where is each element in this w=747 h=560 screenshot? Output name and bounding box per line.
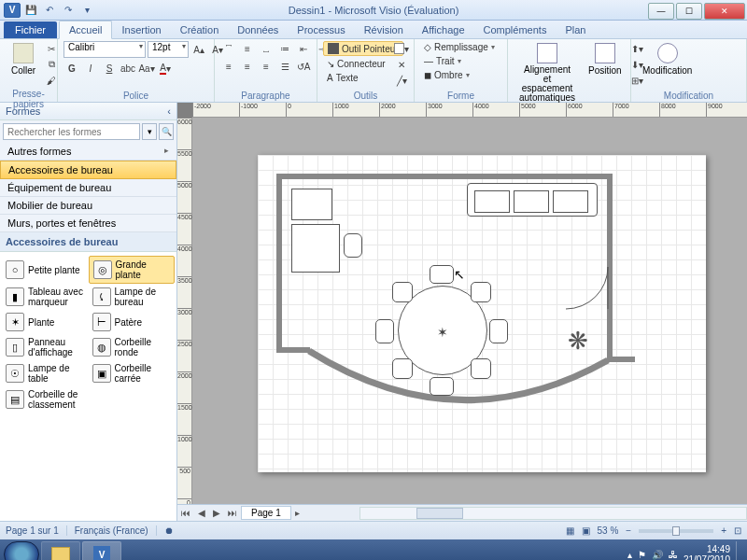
- strike-button[interactable]: abc: [120, 61, 136, 76]
- wall-top[interactable]: [276, 174, 613, 179]
- chair-sw[interactable]: [392, 358, 413, 379]
- cat-office-furniture[interactable]: Mobilier de bureau: [0, 197, 176, 215]
- tab-accueil[interactable]: Accueil: [59, 21, 112, 39]
- justify-icon[interactable]: ☰: [276, 59, 293, 74]
- font-color-button[interactable]: A▾: [157, 61, 174, 76]
- view-normal-icon[interactable]: ▦: [566, 525, 574, 536]
- align-middle-icon[interactable]: ≡: [239, 41, 256, 56]
- font-grow-icon[interactable]: A▴: [190, 42, 207, 57]
- minimize-button[interactable]: —: [648, 3, 674, 20]
- chair-e[interactable]: [489, 319, 508, 343]
- horizontal-scrollbar[interactable]: [359, 507, 747, 520]
- search-go-icon[interactable]: 🔍: [159, 123, 174, 140]
- shape-item[interactable]: ▣Corbeille carrée: [89, 360, 176, 386]
- line-button[interactable]: —Trait: [420, 55, 465, 67]
- page-last-icon[interactable]: ⏭: [224, 508, 241, 518]
- align-left-icon[interactable]: ≡: [220, 59, 237, 74]
- page-tab-1[interactable]: Page 1: [241, 506, 291, 520]
- tab-plan[interactable]: Plan: [556, 21, 595, 38]
- italic-button[interactable]: I: [82, 61, 99, 76]
- fill-button[interactable]: ◇Remplissage: [420, 41, 499, 53]
- shape-item[interactable]: ◍Corbeille ronde: [89, 334, 176, 360]
- furn-chair-desk[interactable]: [344, 233, 362, 258]
- bold-button[interactable]: G: [63, 61, 80, 76]
- redo-icon[interactable]: ↷: [60, 3, 77, 18]
- tab-insertion[interactable]: Insertion: [112, 21, 170, 38]
- shape-item[interactable]: ▮Tableau avec marqueur: [2, 284, 89, 310]
- align-bottom-icon[interactable]: ⎵: [258, 41, 275, 56]
- shape-item[interactable]: ⤹Lampe de bureau: [89, 284, 176, 310]
- zoom-in-icon[interactable]: +: [721, 525, 726, 536]
- drawing-canvas[interactable]: ✶ ❋ ↖: [192, 118, 747, 504]
- delete-tool-icon[interactable]: ✕: [393, 57, 410, 72]
- cat-office-accessories[interactable]: Accessoires de bureau: [0, 161, 176, 179]
- save-icon[interactable]: 💾: [22, 3, 39, 18]
- text-tool-button[interactable]: ATexte: [323, 72, 362, 84]
- chair-se[interactable]: [471, 358, 491, 379]
- indent-dec-icon[interactable]: ⇤: [295, 41, 312, 56]
- maximize-button[interactable]: ☐: [676, 3, 702, 20]
- door-arc[interactable]: [566, 267, 613, 314]
- visio-app-icon[interactable]: V: [4, 3, 21, 18]
- chair-n[interactable]: [430, 265, 454, 284]
- start-button[interactable]: [4, 541, 39, 560]
- tab-affichage[interactable]: Affichage: [413, 21, 474, 38]
- taskbar-explorer[interactable]: [41, 541, 80, 560]
- shape-item[interactable]: ☉Lampe de table: [2, 360, 89, 386]
- view-full-icon[interactable]: ▣: [582, 525, 590, 536]
- shape-item[interactable]: ◎Grande plante: [89, 256, 176, 284]
- modify-button[interactable]: Modification: [637, 41, 698, 77]
- align-center-icon[interactable]: ≡: [239, 59, 256, 74]
- taskbar-visio[interactable]: V: [82, 541, 121, 560]
- cat-other-shapes[interactable]: Autres formes: [0, 143, 176, 161]
- shape-item[interactable]: ▯Panneau d'affichage: [2, 334, 89, 360]
- zoom-out-icon[interactable]: −: [626, 525, 631, 536]
- tab-revision[interactable]: Révision: [355, 21, 413, 38]
- tray-up-icon[interactable]: ▴: [627, 550, 632, 560]
- align-top-icon[interactable]: ⎴: [220, 41, 237, 56]
- close-button[interactable]: ✕: [704, 3, 745, 20]
- cat-office-equipment[interactable]: Équipement de bureau: [0, 179, 176, 197]
- zoom-handle[interactable]: [672, 526, 680, 536]
- wall-left[interactable]: [276, 174, 282, 351]
- shapes-search-input[interactable]: [3, 123, 140, 140]
- shape-item[interactable]: ▤Corbeille de classement: [2, 386, 89, 413]
- tab-file[interactable]: Fichier: [4, 21, 57, 38]
- rotate-text-icon[interactable]: ↺A: [295, 59, 312, 74]
- collapse-icon[interactable]: ‹: [167, 105, 171, 117]
- hscroll-thumb[interactable]: [416, 508, 463, 519]
- pointer-tool-button[interactable]: Outil Pointeur: [323, 41, 403, 56]
- page-prev-icon[interactable]: ◀: [194, 508, 209, 518]
- tray-flag-icon[interactable]: ⚑: [638, 550, 646, 560]
- zoom-slider[interactable]: [639, 529, 713, 533]
- page-first-icon[interactable]: ⏮: [177, 508, 194, 518]
- furn-plant[interactable]: ❋: [568, 327, 588, 356]
- tab-creation[interactable]: Création: [171, 21, 229, 38]
- tab-complements[interactable]: Compléments: [474, 21, 557, 38]
- tab-processus[interactable]: Processus: [288, 21, 354, 38]
- page-next-icon[interactable]: ▶: [209, 508, 224, 518]
- connector-tool-button[interactable]: ↘Connecteur: [323, 58, 389, 70]
- taskbar-clock[interactable]: 14:49 21/07/2010: [684, 544, 730, 560]
- font-name-select[interactable]: Calibri: [63, 41, 146, 58]
- underline-button[interactable]: S: [101, 61, 118, 76]
- undo-icon[interactable]: ↶: [41, 3, 58, 18]
- bullets-icon[interactable]: ≔: [276, 41, 293, 56]
- chair-s[interactable]: [430, 377, 454, 396]
- auto-align-button[interactable]: Alignement et espacement automatiques: [514, 41, 581, 105]
- cat-walls-doors-windows[interactable]: Murs, portes et fenêtres: [0, 215, 176, 232]
- rect-tool-icon[interactable]: ▾: [393, 41, 410, 56]
- chair-ne[interactable]: [471, 282, 491, 302]
- qat-dropdown-icon[interactable]: ▾: [78, 3, 95, 18]
- paste-button[interactable]: Coller: [6, 41, 41, 77]
- show-desktop-button[interactable]: [736, 541, 743, 560]
- align-right-icon[interactable]: ≡: [258, 59, 275, 74]
- tab-donnees[interactable]: Données: [228, 21, 288, 38]
- position-button[interactable]: Position: [583, 41, 627, 77]
- shape-item[interactable]: ○Petite plante: [2, 256, 89, 284]
- page-add-icon[interactable]: ▸: [291, 508, 303, 518]
- line-tool-icon[interactable]: ╱▾: [393, 73, 410, 88]
- record-macro-icon[interactable]: ⏺: [164, 525, 174, 536]
- shape-item[interactable]: ✶Plante: [2, 310, 89, 334]
- page-sheet[interactable]: ✶ ❋ ↖: [258, 155, 706, 472]
